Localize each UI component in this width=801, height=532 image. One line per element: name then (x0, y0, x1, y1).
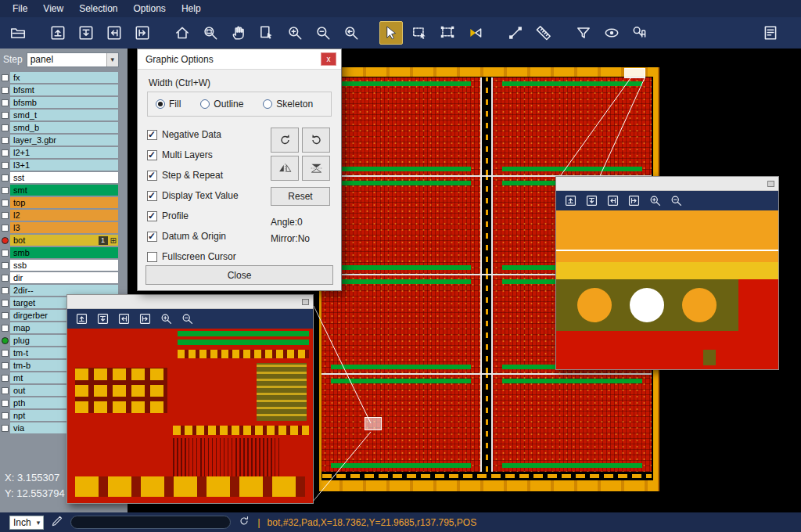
menu-options[interactable]: Options (126, 1, 174, 16)
layer-visibility-checkbox[interactable] (2, 362, 9, 369)
layer-color-band[interactable]: ssb ⊞ (10, 260, 118, 271)
layer-color-band[interactable]: smd_t ⊞ (10, 110, 118, 120)
layer-visibility-checkbox[interactable] (2, 162, 9, 169)
layer-color-band[interactable]: l2 ⊞ (10, 210, 118, 221)
measure-ruler-button[interactable] (532, 21, 555, 45)
multi-layers-row[interactable]: Multi Layers (147, 145, 239, 165)
layer-visibility-checkbox[interactable] (2, 149, 9, 156)
layer-color-band[interactable]: smd_b ⊞ (10, 122, 118, 133)
measure-line-button[interactable] (504, 21, 527, 45)
layer-visibility-checkbox[interactable] (2, 174, 9, 182)
layer-row[interactable]: fx ⊞ (0, 71, 128, 84)
layer-row[interactable]: l2 ⊞ (0, 209, 128, 221)
display-text-checkbox[interactable] (147, 191, 157, 201)
close-icon[interactable]: x (321, 52, 336, 66)
layer-row[interactable]: l3+1 ⊞ (0, 159, 128, 171)
step-import-right-button[interactable] (136, 311, 153, 327)
negative-data-row[interactable]: Negative Data (147, 124, 239, 145)
layer-visibility-checkbox[interactable] (2, 275, 9, 282)
layer-visibility-checkbox[interactable] (2, 262, 9, 269)
layer-color-band[interactable]: l3 ⊞ (10, 222, 118, 233)
select-cursor-button[interactable] (379, 21, 403, 45)
layer-row[interactable]: l3 ⊞ (0, 221, 128, 234)
fill-radio[interactable] (156, 99, 165, 109)
negative-data-checkbox[interactable] (147, 130, 157, 140)
reset-button[interactable]: Reset (271, 187, 330, 206)
menu-selection[interactable]: Selection (71, 1, 125, 16)
layer-visibility-checkbox[interactable] (2, 412, 9, 419)
layer-color-band[interactable]: smt ⊞ (10, 185, 118, 196)
layer-color-band[interactable]: layer_3.gbr ⊞ (10, 135, 118, 146)
fill-radio-row[interactable]: Fill (156, 99, 181, 110)
outline-radio-row[interactable]: Outline (200, 99, 243, 110)
layer-row[interactable]: dir ⊞ (0, 271, 128, 284)
magnifier-titlebar[interactable] (67, 295, 313, 309)
layer-color-band[interactable]: top ⊞ (10, 197, 118, 208)
layer-row[interactable]: top ⊞ (0, 196, 128, 209)
step-import-down-button[interactable] (94, 311, 111, 327)
flip-vertical-button[interactable] (302, 156, 330, 181)
command-input[interactable] (70, 516, 231, 529)
select-frame-button[interactable] (436, 21, 459, 45)
layer-row[interactable]: bfsmb ⊞ (0, 96, 128, 109)
layer-visibility-checkbox[interactable] (2, 425, 9, 432)
layer-visibility-checkbox[interactable] (2, 400, 9, 407)
step-import-up-button[interactable] (562, 193, 579, 209)
step-import-right-button[interactable] (131, 21, 154, 45)
step-import-right-button[interactable] (625, 193, 642, 209)
layer-row[interactable]: smb ⊞ (0, 246, 128, 259)
menu-file[interactable]: File (5, 1, 35, 16)
layer-visibility-checkbox[interactable] (2, 287, 9, 294)
layer-color-band[interactable]: dir ⊞ (10, 272, 118, 283)
layer-visibility-checkbox[interactable] (2, 112, 9, 119)
step-import-up-button[interactable] (73, 311, 90, 327)
layer-row[interactable]: l2+1 ⊞ (0, 146, 128, 159)
skeleton-radio[interactable] (263, 99, 272, 109)
layer-color-band[interactable]: fx ⊞ (10, 72, 118, 83)
layer-row[interactable]: ssb ⊞ (0, 259, 128, 271)
layer-color-band[interactable]: bfsmb ⊞ (10, 97, 118, 108)
step-select[interactable]: panel ▾ (27, 52, 119, 67)
magnifier-view[interactable] (67, 329, 313, 503)
layer-row[interactable]: smd_b ⊞ (0, 121, 128, 134)
chevron-down-icon[interactable]: ▾ (106, 53, 118, 66)
layer-row[interactable]: bot 1 ⊞ (0, 234, 128, 246)
step-import-down-button[interactable] (583, 193, 600, 209)
layer-visibility-checkbox[interactable] (2, 225, 9, 232)
fullscreen-cursor-checkbox[interactable] (147, 252, 157, 262)
layer-visibility-checkbox[interactable] (2, 375, 9, 382)
filter-button[interactable] (572, 21, 595, 45)
refresh-button[interactable] (238, 515, 250, 530)
layer-row[interactable]: layer_3.gbr ⊞ (0, 134, 128, 146)
zoom-in-button[interactable] (283, 21, 307, 45)
zoom-out-button[interactable] (311, 21, 335, 45)
zoom-out-button[interactable] (178, 311, 196, 327)
close-button[interactable]: Close (145, 265, 333, 285)
layer-row[interactable]: smd_t ⊞ (0, 109, 128, 121)
layer-color-band[interactable]: bot 1 ⊞ (10, 235, 118, 246)
layer-visibility-checkbox[interactable] (2, 124, 9, 131)
magnifier-titlebar[interactable] (556, 177, 778, 191)
open-folder-button[interactable] (6, 21, 30, 45)
layer-color-band[interactable]: sst ⊞ (10, 172, 118, 183)
layer-visibility-checkbox[interactable] (2, 87, 9, 94)
view-capture-button[interactable] (255, 21, 278, 45)
profile-row[interactable]: Profile (147, 206, 239, 226)
layer-visibility-checkbox[interactable] (2, 99, 9, 106)
layer-visibility-checkbox[interactable] (2, 300, 9, 307)
unit-select[interactable]: Inch ▾ (9, 516, 44, 530)
layer-visibility-checkbox[interactable] (2, 250, 9, 257)
window-restore-icon[interactable] (767, 181, 774, 187)
zoom-previous-button[interactable] (339, 21, 363, 45)
layer-color-band[interactable]: bfsmt ⊞ (10, 84, 118, 95)
layer-row[interactable]: sst ⊞ (0, 171, 128, 184)
layer-visibility-checkbox[interactable] (2, 137, 9, 144)
layer-row[interactable]: smt ⊞ (0, 184, 128, 196)
flip-horizontal-button[interactable] (271, 156, 299, 181)
report-list-button[interactable] (759, 21, 782, 45)
draw-pen-button[interactable] (51, 515, 63, 530)
layer-visibility-checkbox[interactable] (2, 237, 9, 244)
step-import-left-button[interactable] (102, 21, 126, 45)
fullscreen-cursor-row[interactable]: Fullscreen Cursor (147, 246, 239, 267)
magnifier-view[interactable] (556, 210, 778, 369)
